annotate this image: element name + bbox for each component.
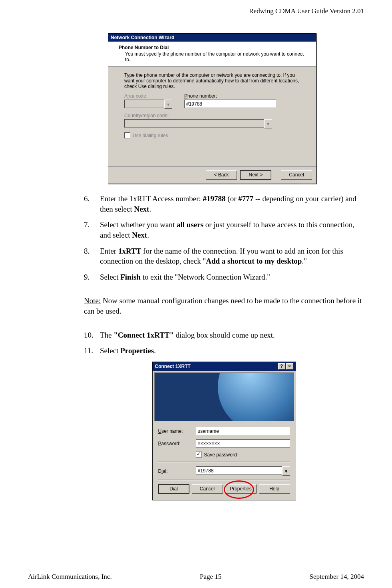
dial-input[interactable] bbox=[196, 466, 282, 475]
wizard-titlebar: Network Connection Wizard bbox=[108, 34, 316, 42]
country-region-label: Country/region code: bbox=[124, 113, 300, 118]
connect-body: User name: Password: ✓ Save password D bbox=[153, 423, 296, 500]
help-button[interactable]: Help bbox=[259, 484, 290, 494]
footer-right: September 14, 2004 bbox=[310, 573, 364, 581]
header-title: Redwing CDMA User Guide Version 2.01 bbox=[249, 7, 364, 15]
wizard-instruction: Type the phone number of the computer or… bbox=[124, 72, 300, 89]
use-dialing-rules-checkbox[interactable]: Use dialing rules bbox=[124, 132, 168, 138]
step-11: 11. Select Properties. bbox=[84, 346, 364, 356]
wizard-button-row: < Back Next > Cancel bbox=[108, 166, 316, 184]
cancel-button[interactable]: Cancel bbox=[281, 170, 312, 180]
step-8: 8. Enter 1xRTT for the name of the conne… bbox=[84, 246, 364, 266]
chevron-down-icon: ▾ bbox=[264, 119, 272, 128]
wizard-body: Type the phone number of the computer or… bbox=[108, 67, 316, 166]
save-password-checkbox[interactable]: ✓ Save password bbox=[196, 452, 237, 458]
next-button[interactable]: Next > bbox=[240, 170, 271, 180]
step-6: 6. Enter the 1xRTT Access number: #19788… bbox=[84, 194, 364, 214]
wizard-subheading: You must specify the phone number of the… bbox=[119, 51, 306, 62]
phone-number-input[interactable] bbox=[184, 100, 276, 108]
connect-banner-image bbox=[154, 372, 294, 421]
connect-title-text: Connect 1XRTT bbox=[155, 364, 191, 369]
connect-button-row: Dial Cancel Properties Help bbox=[158, 484, 290, 495]
help-icon[interactable]: ? bbox=[278, 363, 285, 370]
checkbox-icon bbox=[124, 132, 130, 138]
footer-left: AirLink Communications, Inc. bbox=[28, 573, 112, 581]
password-input[interactable] bbox=[196, 439, 290, 448]
dial-button[interactable]: Dial bbox=[158, 484, 189, 494]
step-7: 7. Select whether you want all users or … bbox=[84, 220, 364, 240]
chevron-down-icon: ▾ bbox=[164, 100, 172, 109]
dial-label: Dial: bbox=[158, 468, 190, 474]
page-header: Redwing CDMA User Guide Version 2.01 bbox=[28, 0, 364, 17]
wizard-heading: Phone Number to Dial bbox=[119, 45, 306, 50]
divider bbox=[158, 462, 290, 462]
close-icon[interactable]: × bbox=[286, 363, 293, 370]
network-connection-wizard-dialog: Network Connection Wizard Phone Number t… bbox=[108, 33, 316, 184]
step-9: 9. Select Finish to exit the "Network Co… bbox=[84, 272, 364, 282]
planet-icon bbox=[218, 372, 294, 421]
area-code-dropdown: ▾ bbox=[124, 100, 172, 109]
password-label: Password: bbox=[158, 441, 190, 446]
chevron-down-icon[interactable]: ▾ bbox=[282, 466, 290, 476]
footer-center: Page 15 bbox=[200, 573, 221, 581]
username-label: User name: bbox=[158, 428, 190, 434]
back-button[interactable]: < Back bbox=[206, 170, 237, 180]
instruction-steps: 6. Enter the 1xRTT Access number: #19788… bbox=[84, 194, 364, 356]
phone-number-label: Phone number: bbox=[184, 93, 300, 99]
divider bbox=[158, 480, 290, 480]
page-footer: AirLink Communications, Inc. Page 15 Sep… bbox=[28, 571, 364, 581]
connect-titlebar: Connect 1XRTT ? × bbox=[153, 362, 296, 371]
country-region-dropdown: ▾ bbox=[124, 119, 272, 128]
properties-button[interactable]: Properties bbox=[225, 484, 257, 494]
step-10: 10. The "Connect 1xRTT" dialog box shoul… bbox=[84, 330, 364, 340]
checkbox-icon: ✓ bbox=[196, 452, 202, 458]
dial-dropdown[interactable]: ▾ bbox=[196, 466, 290, 476]
cancel-button[interactable]: Cancel bbox=[192, 484, 223, 494]
note-paragraph: Note: Now some manual configuration chan… bbox=[84, 296, 364, 316]
username-input[interactable] bbox=[196, 427, 290, 435]
wizard-header: Phone Number to Dial You must specify th… bbox=[108, 42, 316, 67]
area-code-label: Area code: bbox=[124, 93, 172, 99]
connect-1xrtt-dialog: Connect 1XRTT ? × User name: Password: bbox=[152, 362, 296, 500]
